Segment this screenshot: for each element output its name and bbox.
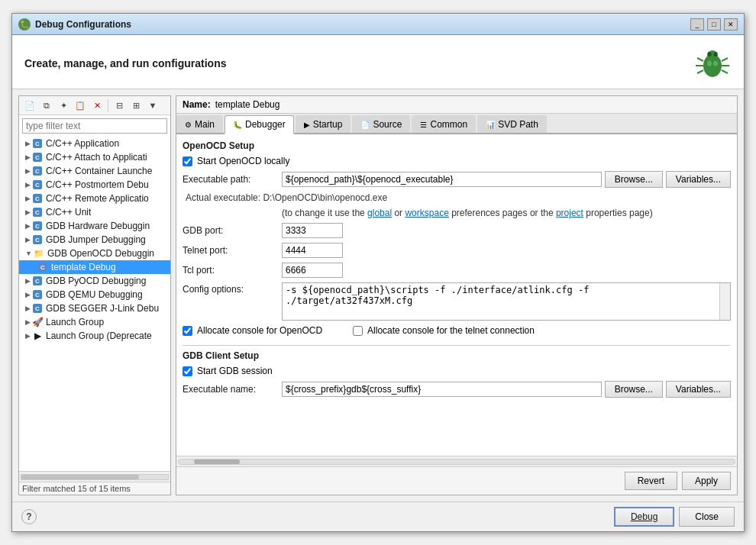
minimize-button[interactable]: _ — [690, 18, 704, 31]
svg-line-5 — [722, 58, 728, 61]
tab-debugger[interactable]: 🐛 Debugger — [225, 115, 294, 134]
title-bar: 🐛 Debug Configurations _ □ ✕ — [12, 14, 744, 35]
help-button[interactable]: ? — [21, 509, 37, 524]
launch-icon2: ▶ — [32, 331, 43, 341]
start-gdb-checkbox[interactable] — [183, 366, 192, 376]
workspace-link[interactable]: workspace — [405, 208, 448, 218]
maximize-button[interactable]: □ — [707, 18, 721, 31]
telnet-port-input[interactable] — [282, 243, 343, 258]
debugger-tab-icon: 🐛 — [233, 121, 242, 129]
tree-item-gdb-pyocd[interactable]: ▶ C GDB PyOCD Debugging — [19, 274, 170, 288]
config-vertical-scrollbar[interactable] — [719, 283, 730, 320]
gdb-port-input[interactable] — [282, 223, 343, 238]
header-area: Create, manage, and run configurations — [12, 35, 744, 89]
exec-browse-button[interactable]: Browse... — [605, 171, 663, 188]
filter-input[interactable] — [22, 118, 167, 134]
project-link[interactable]: project — [556, 208, 583, 218]
gdb-port-row: GDB port: — [183, 223, 731, 238]
left-scrollbar[interactable] — [19, 471, 170, 482]
global-link[interactable]: global — [367, 208, 392, 218]
horizontal-scrollbar[interactable] — [176, 456, 737, 466]
tab-svd-path[interactable]: 📊 SVD Path — [477, 115, 547, 133]
hint-text-row: (to change it use the global or workspac… — [183, 208, 731, 218]
tree-item-gdb-openocd[interactable]: ▼ 📁 GDB OpenOCD Debuggin — [19, 247, 170, 260]
tree-item-template-debug[interactable]: C template Debug — [19, 260, 170, 274]
config-name-value: template Debug — [215, 99, 280, 110]
expand-button[interactable]: ⊞ — [128, 98, 144, 113]
tree-item-cpp-remote[interactable]: ▶ C C/C++ Remote Applicatio — [19, 192, 170, 205]
tree-item-launch-group[interactable]: ▶ 🚀 Launch Group — [19, 315, 170, 329]
tree-item-cpp-postmortem[interactable]: ▶ C C/C++ Postmortem Debu — [19, 178, 170, 192]
tree-item-cpp-unit[interactable]: ▶ C C/C++ Unit — [19, 205, 170, 219]
expand-arrow: ▶ — [25, 318, 31, 326]
exec-path-input[interactable] — [282, 172, 602, 187]
c-icon: C — [32, 221, 43, 231]
c-icon: C — [32, 152, 43, 163]
gdb-variables-button[interactable]: Variables... — [666, 381, 731, 398]
tcl-port-label: Tcl port: — [183, 265, 282, 276]
new-config-button[interactable]: 📄 — [22, 98, 37, 113]
gdb-browse-button[interactable]: Browse... — [605, 381, 663, 398]
tree-item-gdb-hardware[interactable]: ▶ C GDB Hardware Debuggin — [19, 219, 170, 233]
add-config-button[interactable]: ✦ — [56, 98, 71, 113]
c-icon: C — [32, 179, 43, 190]
tab-common[interactable]: ☰ Common — [412, 115, 476, 133]
c-icon: C — [37, 262, 48, 272]
expand-arrow: ▶ — [25, 153, 31, 161]
window-controls: _ □ ✕ — [690, 18, 738, 31]
duplicate-config-button[interactable]: ⧉ — [39, 98, 54, 113]
apply-button[interactable]: Apply — [682, 472, 731, 490]
tcl-port-input[interactable] — [282, 263, 343, 278]
panel-content: OpenOCD Setup Start OpenOCD locally Exec… — [176, 134, 737, 456]
debug-button[interactable]: Debug — [614, 507, 674, 527]
config-options-input[interactable]: -s ${openocd_path}\scripts -f ./interfac… — [283, 283, 719, 320]
tree-item-gdb-segger[interactable]: ▶ C GDB SEGGER J-Link Debu — [19, 302, 170, 315]
tab-main[interactable]: ⚙ Main — [176, 115, 223, 133]
close-button[interactable]: ✕ — [724, 18, 738, 31]
window-icon: 🐛 — [18, 18, 31, 31]
close-dialog-button[interactable]: Close — [679, 507, 735, 527]
tab-startup[interactable]: ▶ Startup — [296, 115, 351, 133]
tree-item-cpp-attach[interactable]: ▶ C C/C++ Attach to Applicati — [19, 150, 170, 164]
delete-config-button[interactable]: ✕ — [89, 98, 105, 113]
allocate-telnet-label: Allocate console for the telnet connecti… — [367, 325, 535, 336]
toolbar-separator — [108, 99, 108, 111]
c-icon: C — [32, 234, 43, 245]
start-openocd-checkbox[interactable] — [183, 156, 192, 166]
expand-arrow: ▶ — [25, 167, 31, 175]
tree-item-launch-group-deprecated[interactable]: ▶ ▶ Launch Group (Deprecate — [19, 329, 170, 343]
folder-icon: 📁 — [34, 248, 44, 259]
svg-point-10 — [707, 61, 712, 66]
tree-item-gdb-jumper[interactable]: ▶ C GDB Jumper Debugging — [19, 233, 170, 247]
debug-configurations-window: 🐛 Debug Configurations _ □ ✕ Create, man… — [11, 13, 745, 532]
collapse-button[interactable]: ⊟ — [111, 98, 127, 113]
expand-arrow: ▶ — [25, 277, 31, 285]
expand-arrow: ▶ — [25, 305, 31, 312]
bug-logo — [693, 44, 732, 82]
tree-item-gdb-qemu[interactable]: ▶ C GDB QEMU Debugging — [19, 288, 170, 302]
exe-name-label: Executable name: — [183, 384, 282, 395]
tree-item-cpp-container[interactable]: ▶ C C/C++ Container Launche — [19, 164, 170, 178]
tab-source[interactable]: 📄 Source — [352, 115, 410, 133]
bottom-buttons: Revert Apply — [176, 466, 737, 495]
exec-path-label: Executable path: — [183, 174, 282, 185]
filter-status: Filter matched 15 of 15 items — [19, 482, 170, 495]
menu-button[interactable]: ▼ — [145, 98, 160, 113]
exec-variables-button[interactable]: Variables... — [666, 171, 731, 188]
expand-arrow: ▶ — [25, 181, 31, 189]
openocd-section-title: OpenOCD Setup — [183, 140, 731, 151]
allocate-telnet-checkbox[interactable] — [353, 326, 363, 336]
revert-button[interactable]: Revert — [625, 472, 677, 490]
tab-source-label: Source — [373, 119, 402, 130]
svg-point-11 — [713, 61, 718, 66]
c-icon: C — [32, 276, 43, 286]
start-gdb-row: Start GDB session — [183, 366, 731, 376]
exe-name-input[interactable] — [282, 382, 602, 397]
copy-config-button[interactable]: 📋 — [73, 98, 88, 113]
allocate-console-checkbox[interactable] — [183, 326, 192, 336]
common-tab-icon: ☰ — [420, 121, 427, 129]
window-title: Debug Configurations — [35, 19, 690, 30]
tree-item-cpp-application[interactable]: ▶ C C/C++ Application — [19, 137, 170, 150]
left-toolbar: 📄 ⧉ ✦ 📋 ✕ ⊟ ⊞ ▼ — [19, 96, 170, 115]
start-gdb-label: Start GDB session — [197, 366, 273, 376]
